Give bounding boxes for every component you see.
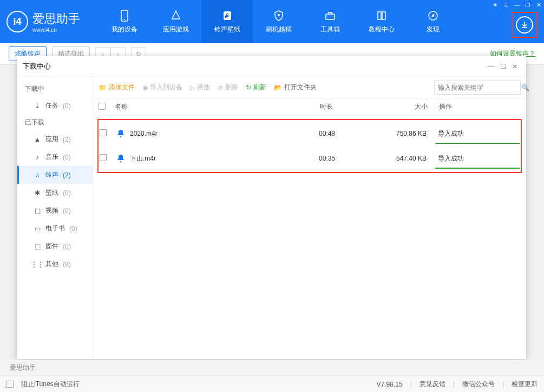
download-center-button[interactable]: [512, 12, 538, 38]
sidebar: 下载中 ⇣ 任务 (0) 已下载 ▲应用(2) ♪音乐(0) ♫铃声(2) ✱壁…: [17, 77, 93, 359]
update-link[interactable]: 检查更新: [512, 380, 538, 389]
refresh-icon: ↻: [246, 84, 251, 91]
size: 750.86 KB: [373, 130, 433, 137]
logo-area: i4 爱思助手 www.i4.cn: [6, 11, 99, 33]
file-name: 2020.m4r: [130, 130, 158, 137]
svg-point-3: [278, 14, 280, 16]
modal-maximize-button[interactable]: ☐: [497, 61, 509, 72]
download-center-modal: 下载中心 — ☐ ✕ 下载中 ⇣ 任务 (0) 已下载 ▲应用(2) ♪音乐(0…: [17, 56, 526, 359]
toolbox-icon: [324, 9, 337, 22]
delete-icon: ⊘: [218, 84, 223, 91]
nav-apps[interactable]: 应用游戏: [150, 0, 201, 43]
status: 导入成功: [433, 154, 520, 163]
bell-icon: ♫: [34, 171, 41, 179]
row-checkbox[interactable]: [100, 129, 107, 136]
modal-close-button[interactable]: ✕: [509, 61, 521, 72]
file-name: 下山.m4r: [130, 154, 156, 163]
apps-icon: ▲: [34, 136, 41, 143]
maximize-button[interactable]: ☐: [522, 0, 533, 10]
svg-rect-4: [326, 14, 335, 19]
refresh-button[interactable]: ↻刷新: [246, 83, 266, 92]
table-row[interactable]: 2020.m4r 00:48 750.86 KB 导入成功: [99, 121, 521, 146]
sidebar-item-ringtones[interactable]: ♫铃声(2): [17, 166, 93, 184]
modal-title: 下载中心: [23, 62, 51, 71]
feedback-link[interactable]: 意见反馈: [420, 380, 445, 389]
sidebar-item-wallpapers[interactable]: ✱壁纸(0): [17, 184, 93, 202]
folder-add-icon: 📁: [99, 84, 107, 91]
apps-icon: [169, 9, 182, 22]
duration: 00:35: [314, 155, 373, 162]
wallpaper-icon: ✱: [34, 189, 41, 197]
other-icon: ⋮⋮: [34, 261, 41, 268]
row-checkbox[interactable]: [100, 154, 107, 161]
progress-bar: [435, 168, 520, 169]
video-icon: ▢: [34, 207, 41, 215]
ebook-icon: ▭: [34, 225, 41, 232]
logo-icon: i4: [6, 11, 28, 32]
play-button[interactable]: ▷播放: [190, 83, 210, 92]
nav-tutorials[interactable]: 教程中心: [356, 0, 407, 43]
table-row[interactable]: 下山.m4r 00:35 547.40 KB 导入成功: [99, 146, 521, 171]
sidebar-item-firmware[interactable]: ⬚固件(0): [17, 237, 93, 255]
col-duration: 时长: [315, 102, 375, 111]
sidebar-section-downloaded: 已下载: [17, 115, 93, 130]
svg-rect-5: [329, 12, 332, 14]
add-file-button[interactable]: 📁添加文件: [99, 83, 135, 92]
sidebar-item-videos[interactable]: ▢视频(0): [17, 202, 93, 220]
col-operation: 操作: [434, 102, 521, 111]
folder-icon: 📂: [274, 84, 282, 91]
modal-titlebar: 下载中心 — ☐ ✕: [17, 56, 526, 77]
menu-icon[interactable]: ≡: [501, 0, 512, 10]
open-folder-button[interactable]: 📂打开文件夹: [274, 83, 317, 92]
bell-icon: [116, 129, 126, 138]
import-icon: ◉: [142, 84, 148, 91]
svg-point-7: [120, 136, 122, 138]
search-input[interactable]: [438, 84, 519, 91]
window-controls: ☀ ≡ — ☐ ✕: [490, 0, 544, 10]
sidebar-item-other[interactable]: ⋮⋮其他(8): [17, 255, 93, 273]
nav-jailbreak[interactable]: 刷机越狱: [253, 0, 304, 43]
compass-icon: [427, 9, 440, 22]
nav-my-device[interactable]: 我的设备: [99, 0, 150, 43]
app-name-row: 爱思助手: [0, 360, 544, 376]
nav-toolbox[interactable]: 工具箱: [304, 0, 356, 43]
select-all-checkbox[interactable]: [99, 103, 106, 110]
close-button[interactable]: ✕: [533, 0, 544, 10]
book-icon: [375, 9, 388, 22]
sidebar-item-apps[interactable]: ▲应用(2): [17, 130, 93, 148]
minimize-button[interactable]: —: [512, 0, 522, 10]
size: 547.40 KB: [373, 155, 433, 162]
app-name: 爱思助手: [32, 11, 80, 27]
rows-highlight: 2020.m4r 00:48 750.86 KB 导入成功 下山.m4r 00:…: [97, 119, 522, 173]
shield-icon: [272, 9, 285, 22]
bell-icon: [116, 154, 126, 163]
phone-icon: [118, 9, 131, 22]
music-icon: ♪: [34, 154, 41, 161]
sidebar-item-music[interactable]: ♪音乐(0): [17, 148, 93, 166]
tasks-icon: ⇣: [34, 102, 41, 110]
sidebar-item-ebooks[interactable]: ▭电子书(0): [17, 220, 93, 237]
firmware-icon: ⬚: [34, 243, 41, 250]
nav-discover[interactable]: 发现: [407, 0, 458, 43]
col-name: 名称: [115, 102, 315, 111]
toolbar: 📁添加文件 ◉导入到设备 ▷播放 ⊘删除 ↻刷新 📂打开文件夹 🔍: [93, 77, 526, 98]
col-size: 大小: [375, 102, 434, 111]
itunes-checkbox[interactable]: [6, 381, 14, 388]
itunes-label: 阻止iTunes自动运行: [21, 380, 80, 389]
sidebar-section-downloading: 下载中: [17, 81, 93, 97]
import-button[interactable]: ◉导入到设备: [142, 83, 182, 92]
sidebar-item-tasks[interactable]: ⇣ 任务 (0): [17, 97, 93, 115]
modal-minimize-button[interactable]: —: [485, 61, 497, 72]
nav-ringtone-wallpaper[interactable]: 铃声壁纸: [201, 0, 253, 43]
app-site: www.i4.cn: [32, 27, 80, 33]
progress-bar: [435, 143, 520, 144]
delete-button[interactable]: ⊘删除: [218, 83, 238, 92]
nav-bar: 我的设备 应用游戏 铃声壁纸 刷机越狱 工具箱 教程中心 发现: [99, 0, 538, 43]
content-area: 📁添加文件 ◉导入到设备 ▷播放 ⊘删除 ↻刷新 📂打开文件夹 🔍 名称 时长 …: [93, 77, 526, 359]
wechat-link[interactable]: 微信公众号: [462, 380, 495, 389]
table-header: 名称 时长 大小 操作: [93, 98, 526, 116]
search-icon[interactable]: 🔍: [521, 84, 529, 91]
search-box[interactable]: 🔍: [434, 81, 521, 95]
status-bar: 阻止iTunes自动运行 V7.98.15 | 意见反馈 | 微信公众号 | 检…: [0, 376, 544, 392]
settings-icon[interactable]: ☀: [490, 0, 501, 10]
